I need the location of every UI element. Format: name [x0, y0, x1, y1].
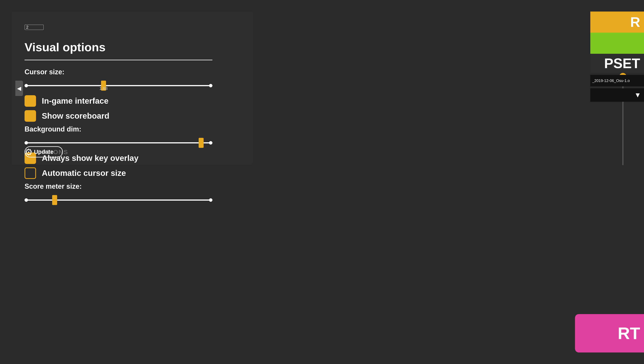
- show-scoreboard-label: Show scoreboard: [42, 111, 109, 121]
- in-game-interface-checkbox[interactable]: [24, 95, 36, 107]
- pink-button-text: RT: [618, 323, 640, 343]
- divider: [24, 60, 212, 60]
- score-meter-size-slider-end: [209, 198, 212, 202]
- automatic-cursor-size-checkbox[interactable]: [24, 167, 36, 179]
- cursor-size-value: 1.68: [99, 86, 108, 91]
- background-dim-label: Background dim:: [24, 125, 236, 133]
- background-dim-slider-thumb[interactable]: [199, 138, 204, 148]
- page-title: Visual options: [24, 40, 236, 54]
- score-meter-size-slider-container: [24, 194, 212, 206]
- cursor-size-slider-track: [24, 85, 212, 86]
- automatic-cursor-size-label: Automatic cursor size: [42, 168, 126, 178]
- song-text: _2019-12-06_Osu-1.o: [592, 79, 630, 83]
- cursor-size-slider-start: [24, 84, 28, 87]
- score-meter-size-slider-start: [24, 198, 28, 202]
- main-panel: ◀ Visual options Cursor size: 1.68 In-ga…: [12, 12, 253, 165]
- orange-bar: R: [590, 12, 644, 33]
- in-game-interface-label: In-game interface: [42, 96, 108, 106]
- cursor-size-slider-container: 1.68: [24, 80, 212, 91]
- in-game-interface-row: In-game interface: [24, 95, 236, 107]
- pset-text: PSET: [604, 56, 640, 71]
- background-dim-slider-track: [24, 142, 212, 143]
- content-area: Visual options Cursor size: 1.68 In-game…: [24, 40, 236, 210]
- update-button[interactable]: Update: [24, 146, 63, 157]
- left-tab[interactable]: ◀: [15, 81, 23, 96]
- show-scoreboard-checkbox[interactable]: [24, 110, 36, 122]
- dropdown-arrow-icon: ▼: [634, 91, 641, 99]
- cursor-size-label: Cursor size:: [24, 68, 236, 76]
- show-scoreboard-row: Show scoreboard: [24, 110, 236, 122]
- background-dim-slider-start: [24, 141, 28, 144]
- cursor-size-slider-end: [209, 84, 212, 87]
- automatic-cursor-size-row: Automatic cursor size: [24, 167, 236, 179]
- dropdown-bar[interactable]: ▼: [590, 88, 644, 102]
- score-meter-size-slider-thumb[interactable]: [52, 195, 57, 205]
- left-arrow-icon: ◀: [17, 85, 21, 92]
- tab-input[interactable]: [24, 25, 44, 30]
- song-area: _2019-12-06_Osu-1.o: [590, 75, 644, 86]
- orange-bar-text: R: [630, 14, 640, 30]
- background-dim-slider-end: [209, 141, 212, 144]
- cursor-size-slider-thumb[interactable]: 1.68: [101, 81, 106, 91]
- score-meter-size-label: Score meter size:: [24, 183, 236, 191]
- green-bar: [590, 33, 644, 54]
- pink-start-button[interactable]: RT: [575, 314, 644, 352]
- pset-bar: PSET: [590, 54, 644, 73]
